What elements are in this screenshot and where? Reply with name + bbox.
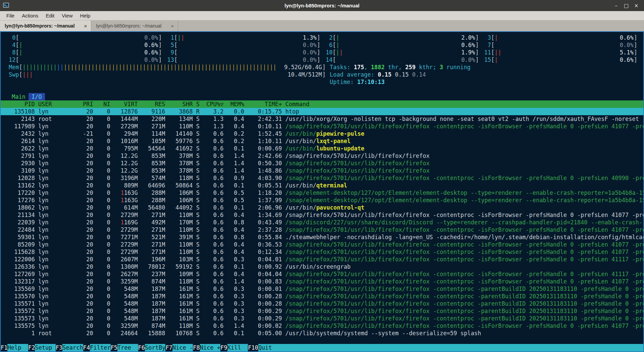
meter-bar: 0.0% xyxy=(336,56,476,63)
process-row[interactable]: 135572lyn200548M187M161MS0.60.30:00.29/s… xyxy=(1,307,643,315)
tab-close-icon[interactable]: × xyxy=(171,23,174,29)
process-row[interactable]: 1root200246641588810768S0.60.10:05.00/us… xyxy=(1,329,643,337)
process-row[interactable]: 2791lyn20012.2G853M378MS0.61.42:42.66/sn… xyxy=(1,152,643,160)
column-header-s[interactable]: S xyxy=(196,100,200,108)
process-row[interactable]: 115628lyn2002729M271M110MS0.60.40:12.34/… xyxy=(1,248,643,256)
cell-time: 1:52.45 xyxy=(248,130,282,137)
cell-ni: 0 xyxy=(97,145,110,152)
process-row[interactable]: 135108lyn2001287691163868R3.20.00:15.75h… xyxy=(1,108,643,115)
cell-s: R xyxy=(196,108,200,115)
process-row[interactable]: 2622lyn200795M5456441692S0.60.10:00.69/u… xyxy=(1,145,643,152)
cell-ni: 0 xyxy=(97,241,110,248)
menu-item-file[interactable]: File xyxy=(3,13,18,18)
fnkey-label: F10 xyxy=(248,344,258,351)
htop-screen-tab-main[interactable]: Main xyxy=(9,93,29,100)
cell-pid: 17220 xyxy=(11,189,35,196)
process-row[interactable]: 126336lyn2001300M7801259192S0.60.10:00.9… xyxy=(1,263,643,270)
process-row[interactable]: 13162lyn200809M6469650864S0.60.10:05.51/… xyxy=(1,182,643,189)
column-header-pid[interactable]: PID xyxy=(11,100,35,108)
process-row[interactable]: 2432lyn-210294M114M14140S0.60.21:52.45/u… xyxy=(1,130,643,137)
process-row[interactable]: 2143root2001444M220M134MS1.30.42:42.31/u… xyxy=(1,115,643,123)
process-row[interactable]: 17220lyn2001163G288M106MS0.60.51:18.20/s… xyxy=(1,189,643,196)
cpu-meter-label: 3 xyxy=(484,34,491,41)
menu-item-edit[interactable]: Edit xyxy=(42,13,58,18)
fnkey-f1[interactable]: F1Help xyxy=(1,344,28,351)
menu-item-view[interactable]: View xyxy=(58,13,76,18)
cell-cpu: 0.6 xyxy=(203,233,223,241)
command-part: /snap/firefox/5701/usr/lib/firefox/firef… xyxy=(285,300,643,307)
meter-tick: | xyxy=(498,49,501,56)
fnkey-f2[interactable]: F2Setup xyxy=(28,344,56,351)
process-row[interactable]: 22484lyn2002729M271M110MS0.60.42:37.28/s… xyxy=(1,226,643,233)
fnkey-f8[interactable]: F8Nice + xyxy=(193,344,220,351)
column-header-cmd[interactable]: Command xyxy=(285,100,643,108)
menu-item-help[interactable]: Help xyxy=(76,13,94,18)
process-row[interactable]: 127269lyn2002627M237M109MS0.60.40:04.04/… xyxy=(1,270,643,278)
process-row[interactable]: 2930lyn20012.2G853M378MS0.61.40:50.30/sn… xyxy=(1,160,643,167)
process-row[interactable]: 135570lyn200548M187M161MS0.60.30:00.28/s… xyxy=(1,293,643,300)
cell-pri: 20 xyxy=(76,152,93,160)
fnkey-f10[interactable]: F10Quit xyxy=(248,344,272,351)
fnkey-f4[interactable]: F4Filter xyxy=(83,344,111,351)
cpu-meter-0: 0[0.0%] xyxy=(9,34,162,41)
column-header-user[interactable]: USER xyxy=(38,100,72,108)
process-row[interactable]: 2614lyn2001016M105M59776S0.60.21:10.11/u… xyxy=(1,137,643,145)
cpu-meter-8: 8[|0.6%] xyxy=(9,49,162,56)
process-row[interactable]: 3109lyn20012.2G853M378MS0.61.41:48.86/sn… xyxy=(1,167,643,174)
process-row[interactable]: 122006lyn2002607M196M103MS0.60.30:04.01/… xyxy=(1,256,643,263)
meter-label: Swp xyxy=(9,71,19,78)
process-row[interactable]: 135575lyn2003259M874M118MS0.61.40:00.02/… xyxy=(1,322,643,329)
process-row[interactable]: 22039lyn2001169G492M170MS0.60.80:43.49/s… xyxy=(1,219,643,226)
column-header-mem[interactable]: MEM% xyxy=(227,100,244,108)
fnkey-f5[interactable]: F5Tree xyxy=(111,344,138,351)
terminal-viewport[interactable]: 0[0.0%]1[||1.3%]2[|2.0%]3[|0.6%]4[|0.6%]… xyxy=(0,31,644,352)
command-part: lxqt-panel xyxy=(316,138,351,144)
cell-s: S xyxy=(196,115,200,123)
process-row[interactable]: 18062lyn200614M5648044092S0.60.12:06.96/… xyxy=(1,204,643,211)
swap-meter: Swp[|||10.4M/512M] xyxy=(9,71,326,78)
fnkey-f7[interactable]: F7Nice - xyxy=(165,344,193,351)
maximize-button[interactable]: □ xyxy=(621,3,631,9)
column-header-virt[interactable]: VIRT xyxy=(114,100,138,108)
meter-bar: |||10.4M/512M xyxy=(22,71,322,78)
process-row[interactable]: 135571lyn200548M187M161MS0.60.30:00.28/s… xyxy=(1,300,643,307)
meter-bracket: ] xyxy=(158,56,162,63)
tab-label: lyn@lyn-b850mprors: ~/manual xyxy=(96,23,161,29)
process-row[interactable]: 132317lyn2003259M874M118MS0.61.40:00.83/… xyxy=(1,278,643,285)
column-header-ni[interactable]: NI xyxy=(97,100,110,108)
fnkey-f3[interactable]: F3Search xyxy=(56,344,83,351)
column-header-shr[interactable]: SHR xyxy=(169,100,193,108)
process-row[interactable]: 85209lyn2002729M271M110MS0.60.40:36.53/s… xyxy=(1,241,643,248)
meter-bracket: ] xyxy=(475,49,479,56)
cell-user: lyn xyxy=(38,263,72,270)
fnkey-f9[interactable]: F9Kill xyxy=(220,344,248,351)
process-row[interactable]: 17276lyn2001163G288M106MS0.60.51:37.99/s… xyxy=(1,196,643,204)
cell-res: 574M xyxy=(141,174,165,182)
menu-item-actions[interactable]: Actions xyxy=(18,13,42,18)
close-button[interactable]: × xyxy=(631,3,641,9)
tab-close-icon[interactable]: × xyxy=(84,23,87,29)
fnkey-f6[interactable]: F6SortBy xyxy=(138,344,166,351)
process-row[interactable]: 12028lyn2003196M574M118MS0.60.94:03.90/s… xyxy=(1,174,643,182)
cell-ni: 0 xyxy=(97,152,110,160)
column-header-pri[interactable]: PRI xyxy=(76,100,93,108)
column-header-cpu[interactable]: CPU%▽ xyxy=(203,100,223,108)
terminal-tab-2[interactable]: lyn@lyn-b850mprors: ~/manual× xyxy=(91,20,178,31)
column-header-res[interactable]: RES xyxy=(141,100,165,108)
cell-cpu: 0.6 xyxy=(203,285,223,293)
terminal-tab-1[interactable]: lyn@lyn-b850mprors: ~/manual× xyxy=(0,20,91,31)
htop-screen-tab-io[interactable]: I/O xyxy=(29,93,45,100)
column-header-time[interactable]: TIME+ xyxy=(248,100,282,108)
process-row[interactable]: 21134lyn2002729M271M110MS0.60.41:34.69/s… xyxy=(1,211,643,219)
cell-virt: 2729M xyxy=(114,226,138,233)
cell-time: 2:06.96 xyxy=(248,204,282,211)
cell-virt: 12.2G xyxy=(114,160,138,167)
process-row[interactable]: 117989lyn2002729M271M110MS1.30.40:10.11/… xyxy=(1,123,643,130)
cell-time: 0:00.28 xyxy=(248,300,282,307)
process-row[interactable]: 135573lyn200548M187M161MS0.60.30:00.29/s… xyxy=(1,315,643,322)
minimize-button[interactable]: – xyxy=(611,3,621,9)
process-row[interactable]: 59301lyn2007271M521M391MS0.60.80:55.84./… xyxy=(1,233,643,241)
cell-pri: 20 xyxy=(76,182,93,189)
process-row[interactable]: 135569lyn200548M187M161MS0.60.30:00.01/s… xyxy=(1,285,643,293)
cell-mem: 0.8 xyxy=(227,233,244,241)
